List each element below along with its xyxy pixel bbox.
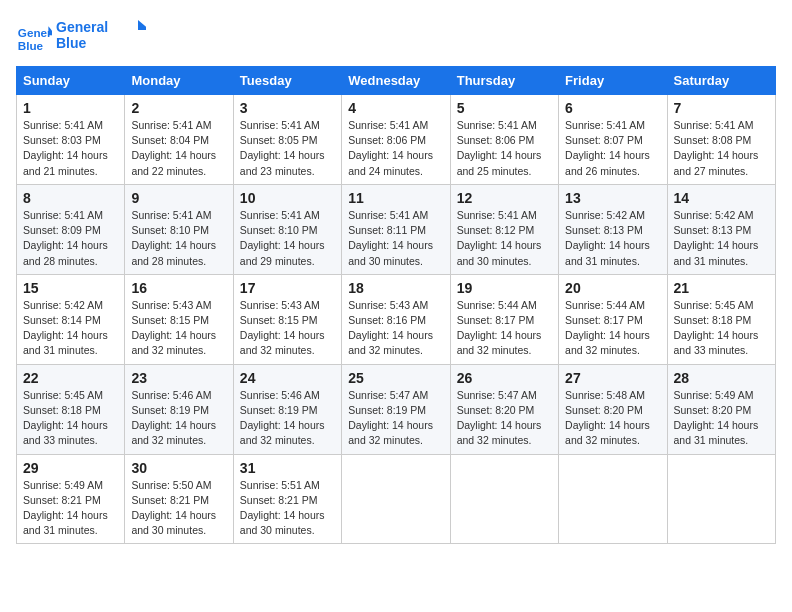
day-number: 10 <box>240 190 335 206</box>
day-number: 13 <box>565 190 660 206</box>
day-info: Sunrise: 5:41 AMSunset: 8:12 PMDaylight:… <box>457 208 552 269</box>
day-info: Sunrise: 5:44 AMSunset: 8:17 PMDaylight:… <box>565 298 660 359</box>
page-header: General Blue General Blue <box>16 16 776 58</box>
day-info: Sunrise: 5:48 AMSunset: 8:20 PMDaylight:… <box>565 388 660 449</box>
day-number: 14 <box>674 190 769 206</box>
day-number: 23 <box>131 370 226 386</box>
day-number: 26 <box>457 370 552 386</box>
column-header-sunday: Sunday <box>17 67 125 95</box>
calendar-cell: 5Sunrise: 5:41 AMSunset: 8:06 PMDaylight… <box>450 95 558 185</box>
svg-text:Blue: Blue <box>18 39 44 52</box>
calendar-week-row: 8Sunrise: 5:41 AMSunset: 8:09 PMDaylight… <box>17 184 776 274</box>
day-number: 5 <box>457 100 552 116</box>
day-info: Sunrise: 5:41 AMSunset: 8:09 PMDaylight:… <box>23 208 118 269</box>
svg-text:General: General <box>56 19 108 35</box>
calendar-week-row: 29Sunrise: 5:49 AMSunset: 8:21 PMDayligh… <box>17 454 776 544</box>
day-info: Sunrise: 5:41 AMSunset: 8:05 PMDaylight:… <box>240 118 335 179</box>
day-info: Sunrise: 5:46 AMSunset: 8:19 PMDaylight:… <box>131 388 226 449</box>
day-number: 12 <box>457 190 552 206</box>
calendar-cell: 18Sunrise: 5:43 AMSunset: 8:16 PMDayligh… <box>342 274 450 364</box>
day-info: Sunrise: 5:41 AMSunset: 8:10 PMDaylight:… <box>131 208 226 269</box>
calendar-week-row: 15Sunrise: 5:42 AMSunset: 8:14 PMDayligh… <box>17 274 776 364</box>
day-info: Sunrise: 5:43 AMSunset: 8:16 PMDaylight:… <box>348 298 443 359</box>
calendar-cell: 16Sunrise: 5:43 AMSunset: 8:15 PMDayligh… <box>125 274 233 364</box>
day-info: Sunrise: 5:49 AMSunset: 8:20 PMDaylight:… <box>674 388 769 449</box>
calendar-cell <box>667 454 775 544</box>
calendar-cell: 23Sunrise: 5:46 AMSunset: 8:19 PMDayligh… <box>125 364 233 454</box>
column-header-monday: Monday <box>125 67 233 95</box>
day-info: Sunrise: 5:41 AMSunset: 8:08 PMDaylight:… <box>674 118 769 179</box>
day-number: 22 <box>23 370 118 386</box>
day-info: Sunrise: 5:42 AMSunset: 8:13 PMDaylight:… <box>565 208 660 269</box>
calendar-cell: 21Sunrise: 5:45 AMSunset: 8:18 PMDayligh… <box>667 274 775 364</box>
calendar-cell: 31Sunrise: 5:51 AMSunset: 8:21 PMDayligh… <box>233 454 341 544</box>
day-number: 28 <box>674 370 769 386</box>
day-info: Sunrise: 5:41 AMSunset: 8:06 PMDaylight:… <box>457 118 552 179</box>
day-info: Sunrise: 5:42 AMSunset: 8:13 PMDaylight:… <box>674 208 769 269</box>
day-info: Sunrise: 5:41 AMSunset: 8:06 PMDaylight:… <box>348 118 443 179</box>
calendar-week-row: 1Sunrise: 5:41 AMSunset: 8:03 PMDaylight… <box>17 95 776 185</box>
day-number: 21 <box>674 280 769 296</box>
calendar-cell: 25Sunrise: 5:47 AMSunset: 8:19 PMDayligh… <box>342 364 450 454</box>
day-info: Sunrise: 5:41 AMSunset: 8:07 PMDaylight:… <box>565 118 660 179</box>
calendar-cell: 8Sunrise: 5:41 AMSunset: 8:09 PMDaylight… <box>17 184 125 274</box>
calendar-cell: 29Sunrise: 5:49 AMSunset: 8:21 PMDayligh… <box>17 454 125 544</box>
calendar-header-row: SundayMondayTuesdayWednesdayThursdayFrid… <box>17 67 776 95</box>
day-number: 9 <box>131 190 226 206</box>
calendar-cell: 28Sunrise: 5:49 AMSunset: 8:20 PMDayligh… <box>667 364 775 454</box>
day-info: Sunrise: 5:45 AMSunset: 8:18 PMDaylight:… <box>674 298 769 359</box>
calendar-cell: 15Sunrise: 5:42 AMSunset: 8:14 PMDayligh… <box>17 274 125 364</box>
column-header-tuesday: Tuesday <box>233 67 341 95</box>
svg-text:General: General <box>18 26 52 39</box>
day-number: 4 <box>348 100 443 116</box>
day-number: 8 <box>23 190 118 206</box>
column-header-saturday: Saturday <box>667 67 775 95</box>
calendar-cell: 26Sunrise: 5:47 AMSunset: 8:20 PMDayligh… <box>450 364 558 454</box>
day-number: 15 <box>23 280 118 296</box>
calendar-cell: 24Sunrise: 5:46 AMSunset: 8:19 PMDayligh… <box>233 364 341 454</box>
calendar-cell <box>559 454 667 544</box>
day-info: Sunrise: 5:41 AMSunset: 8:04 PMDaylight:… <box>131 118 226 179</box>
day-number: 27 <box>565 370 660 386</box>
logo-svg: General Blue <box>56 16 146 54</box>
day-info: Sunrise: 5:49 AMSunset: 8:21 PMDaylight:… <box>23 478 118 539</box>
day-info: Sunrise: 5:50 AMSunset: 8:21 PMDaylight:… <box>131 478 226 539</box>
day-number: 18 <box>348 280 443 296</box>
day-info: Sunrise: 5:47 AMSunset: 8:19 PMDaylight:… <box>348 388 443 449</box>
svg-text:Blue: Blue <box>56 35 87 51</box>
column-header-thursday: Thursday <box>450 67 558 95</box>
calendar-cell: 30Sunrise: 5:50 AMSunset: 8:21 PMDayligh… <box>125 454 233 544</box>
day-number: 19 <box>457 280 552 296</box>
calendar-cell: 17Sunrise: 5:43 AMSunset: 8:15 PMDayligh… <box>233 274 341 364</box>
day-info: Sunrise: 5:41 AMSunset: 8:10 PMDaylight:… <box>240 208 335 269</box>
calendar-cell: 4Sunrise: 5:41 AMSunset: 8:06 PMDaylight… <box>342 95 450 185</box>
day-number: 31 <box>240 460 335 476</box>
day-info: Sunrise: 5:41 AMSunset: 8:03 PMDaylight:… <box>23 118 118 179</box>
calendar-cell: 10Sunrise: 5:41 AMSunset: 8:10 PMDayligh… <box>233 184 341 274</box>
calendar-cell: 3Sunrise: 5:41 AMSunset: 8:05 PMDaylight… <box>233 95 341 185</box>
logo-icon: General Blue <box>16 19 52 55</box>
day-number: 3 <box>240 100 335 116</box>
calendar-cell: 13Sunrise: 5:42 AMSunset: 8:13 PMDayligh… <box>559 184 667 274</box>
calendar-cell: 2Sunrise: 5:41 AMSunset: 8:04 PMDaylight… <box>125 95 233 185</box>
calendar-cell: 1Sunrise: 5:41 AMSunset: 8:03 PMDaylight… <box>17 95 125 185</box>
calendar-cell: 9Sunrise: 5:41 AMSunset: 8:10 PMDaylight… <box>125 184 233 274</box>
day-info: Sunrise: 5:51 AMSunset: 8:21 PMDaylight:… <box>240 478 335 539</box>
column-header-wednesday: Wednesday <box>342 67 450 95</box>
day-number: 30 <box>131 460 226 476</box>
calendar-cell: 22Sunrise: 5:45 AMSunset: 8:18 PMDayligh… <box>17 364 125 454</box>
calendar-cell: 7Sunrise: 5:41 AMSunset: 8:08 PMDaylight… <box>667 95 775 185</box>
day-number: 7 <box>674 100 769 116</box>
day-info: Sunrise: 5:46 AMSunset: 8:19 PMDaylight:… <box>240 388 335 449</box>
calendar-cell: 6Sunrise: 5:41 AMSunset: 8:07 PMDaylight… <box>559 95 667 185</box>
day-number: 24 <box>240 370 335 386</box>
logo: General Blue General Blue <box>16 16 146 58</box>
calendar-cell: 27Sunrise: 5:48 AMSunset: 8:20 PMDayligh… <box>559 364 667 454</box>
calendar-cell: 11Sunrise: 5:41 AMSunset: 8:11 PMDayligh… <box>342 184 450 274</box>
calendar-week-row: 22Sunrise: 5:45 AMSunset: 8:18 PMDayligh… <box>17 364 776 454</box>
day-number: 25 <box>348 370 443 386</box>
day-info: Sunrise: 5:44 AMSunset: 8:17 PMDaylight:… <box>457 298 552 359</box>
day-number: 16 <box>131 280 226 296</box>
day-info: Sunrise: 5:45 AMSunset: 8:18 PMDaylight:… <box>23 388 118 449</box>
day-info: Sunrise: 5:43 AMSunset: 8:15 PMDaylight:… <box>131 298 226 359</box>
